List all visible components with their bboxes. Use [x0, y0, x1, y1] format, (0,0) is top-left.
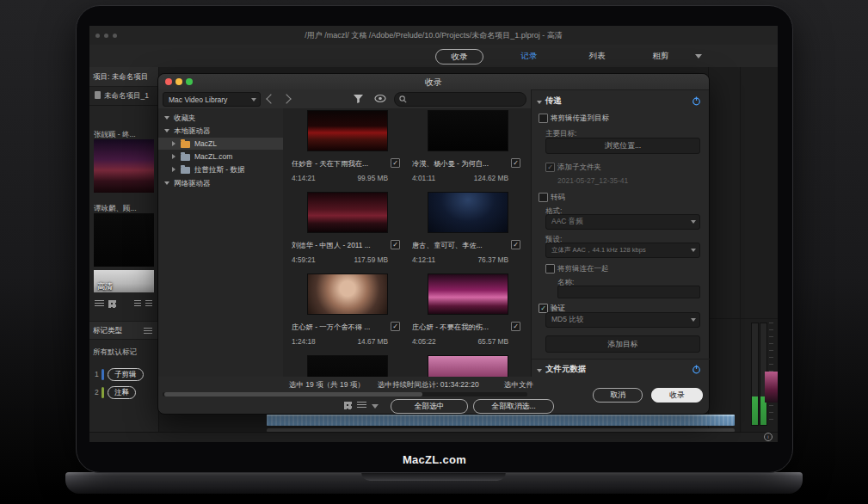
marker-type-header[interactable]: 标记类型	[89, 321, 158, 340]
tab-list[interactable]: 列表	[582, 49, 613, 63]
transfer-checkbox-label: 将剪辑传递到目标	[551, 114, 609, 124]
filter-icon[interactable]	[353, 93, 364, 104]
transcode-checkbox[interactable]	[539, 193, 548, 202]
disclosure-icon[interactable]	[172, 167, 175, 172]
timeline-clip[interactable]	[267, 415, 735, 426]
file-checkbox[interactable]: ✓	[391, 322, 400, 331]
marker-row[interactable]: 1 子剪辑	[89, 368, 158, 382]
marker-tag[interactable]: 子剪辑	[108, 368, 144, 381]
power-icon[interactable]	[692, 365, 701, 374]
folder-icon	[181, 167, 190, 174]
visibility-icon[interactable]	[374, 94, 386, 103]
file-card[interactable]: 刘德华 - 中国人 - 2011 ... ✓ 4:59:21117.59 MB	[292, 192, 402, 271]
video-thumbnail	[307, 355, 388, 377]
marker-color-swatch	[102, 369, 104, 380]
chevron-down-icon[interactable]	[695, 54, 702, 58]
transfer-checkbox[interactable]	[539, 114, 548, 123]
selected-files-label: 选中文件	[504, 380, 533, 390]
project-item[interactable]: 未命名项目_1	[89, 88, 158, 103]
file-card[interactable]: 冷漠、杨小曼 - 为何自... ✓ 4:01:11124.62 MB	[412, 110, 522, 189]
disclosure-icon[interactable]	[172, 154, 175, 159]
add-subfolder-checkbox[interactable]: ✓	[545, 163, 555, 172]
tree-item-maczl-com[interactable]: MacZL.com	[158, 151, 283, 163]
verify-method-dropdown[interactable]: MD5 比较	[545, 312, 700, 328]
file-card[interactable]: 庄心妍 - 一万个舍不得 ... ✓ 1:24:1814.67 MB	[292, 274, 402, 353]
video-thumbnail	[428, 192, 508, 233]
add-destination-button[interactable]: 添加目标	[545, 335, 700, 353]
divider	[89, 105, 158, 106]
clip-thumbnail[interactable]	[94, 213, 154, 267]
tree-item-maczl[interactable]: MacZL	[158, 138, 283, 150]
tab-ingest[interactable]: 收录	[435, 49, 483, 65]
project-item-label: 未命名项目_1	[104, 91, 149, 101]
ingest-button[interactable]: 收录	[651, 388, 703, 403]
file-checkbox[interactable]: ✓	[391, 240, 400, 249]
tab-rough-cut[interactable]: 粗剪	[645, 49, 676, 63]
clip-label[interactable]: 高清	[97, 281, 113, 292]
cancel-button[interactable]: 取消	[593, 388, 643, 403]
list-view-icon[interactable]	[95, 300, 104, 308]
file-checkbox[interactable]: ✓	[391, 158, 400, 168]
chevron-down-icon	[691, 318, 696, 322]
file-card[interactable]: 任妙音 - 天在下雨我在... ✓ 4:14:2199.95 MB	[292, 110, 402, 189]
project-panel-header[interactable]: 项目: 未命名项目	[89, 67, 158, 87]
transfer-header[interactable]: 传递	[545, 95, 562, 107]
tree-item-laplace-data[interactable]: 拉普拉斯 - 数据	[158, 163, 283, 175]
disclosure-icon[interactable]	[537, 369, 542, 372]
disclosure-icon[interactable]	[164, 116, 169, 120]
library-dropdown[interactable]: Mac Video Library	[163, 92, 261, 107]
select-all-button[interactable]: 全部选中	[391, 399, 468, 414]
subfolder-name-value: 2021-05-27_12-35-41	[557, 176, 628, 185]
tree-item-favorites[interactable]: 收藏夹	[158, 112, 283, 124]
dialog-titlebar[interactable]: 收录	[158, 74, 709, 90]
format-dropdown[interactable]: AAC 音频	[545, 214, 700, 230]
disclosure-icon[interactable]	[537, 101, 542, 104]
browse-location-button[interactable]: 浏览位置...	[545, 138, 700, 154]
horizontal-scrollbar[interactable]	[163, 392, 527, 396]
dialog-toolbar: Mac Video Library	[158, 89, 531, 109]
disclosure-icon[interactable]	[164, 129, 169, 132]
chevron-down-icon[interactable]	[372, 404, 379, 409]
forward-icon[interactable]	[281, 94, 291, 103]
sort-icon[interactable]	[134, 300, 141, 308]
power-icon[interactable]	[692, 96, 701, 106]
verify-method-value: MD5 比较	[551, 315, 687, 325]
file-checkbox[interactable]: ✓	[511, 240, 520, 249]
file-card[interactable]: 庄心妍 - 不要在我的伤... ✓ 4:05:2265.57 MB	[412, 274, 522, 353]
tree-label: MacZL.com	[194, 152, 232, 161]
marker-row[interactable]: 2 注释	[89, 386, 158, 400]
menu-icon[interactable]	[144, 328, 152, 334]
marker-number: 1	[95, 370, 99, 378]
marker-filter[interactable]: 所有默认标记	[93, 347, 137, 358]
back-icon[interactable]	[266, 94, 275, 103]
file-metadata-header[interactable]: 文件元数据	[545, 364, 587, 375]
disclosure-icon[interactable]	[164, 181, 169, 185]
video-thumbnail	[307, 192, 388, 233]
file-size: 65.57 MB	[477, 337, 508, 346]
filter-list-icon[interactable]	[145, 300, 152, 308]
preset-dropdown[interactable]: 立体声 AAC，44.1 kHz 128 kbps	[545, 243, 700, 258]
clip-thumbnail[interactable]	[94, 139, 154, 193]
info-icon[interactable]	[764, 433, 773, 441]
list-view-icon[interactable]	[357, 402, 366, 409]
file-card[interactable]: 唐古、童可可、李佐... ✓ 4:12:1176.37 MB	[412, 192, 522, 271]
disclosure-icon[interactable]	[172, 141, 175, 146]
file-card[interactable]	[292, 355, 402, 377]
marker-tag[interactable]: 注释	[108, 386, 136, 399]
deselect-all-button[interactable]: 全部取消选...	[473, 399, 554, 414]
tree-label: 网络驱动器	[174, 179, 211, 189]
window-title: /用户 /maczl/ 文稿 /Adobe/Prelude/10.0/Proje…	[89, 30, 778, 41]
file-title: 唐古、童可可、李佐...	[412, 241, 483, 250]
tree-item-network-drives[interactable]: 网络驱动器	[158, 177, 283, 189]
scrollbar-thumb[interactable]	[164, 392, 422, 396]
grid-view-icon[interactable]	[108, 300, 116, 308]
tree-item-local-drives[interactable]: 本地驱动器	[158, 125, 283, 137]
file-checkbox[interactable]: ✓	[511, 158, 520, 168]
tab-logging[interactable]: 记录	[514, 49, 545, 63]
file-checkbox[interactable]: ✓	[511, 322, 520, 331]
name-input[interactable]	[557, 286, 700, 298]
search-input[interactable]	[394, 92, 526, 107]
thumbnail-view-icon[interactable]	[344, 402, 352, 409]
stitch-checkbox[interactable]	[545, 264, 555, 274]
file-card[interactable]	[412, 355, 522, 377]
